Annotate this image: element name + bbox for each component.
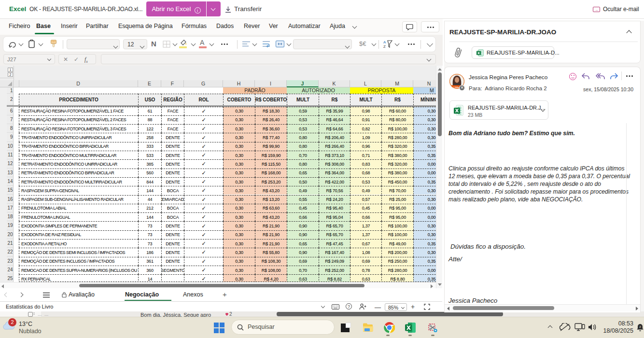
svg-text:z: z [639, 325, 641, 328]
svg-text:A: A [383, 40, 386, 44]
svg-text:Z: Z [383, 44, 386, 49]
